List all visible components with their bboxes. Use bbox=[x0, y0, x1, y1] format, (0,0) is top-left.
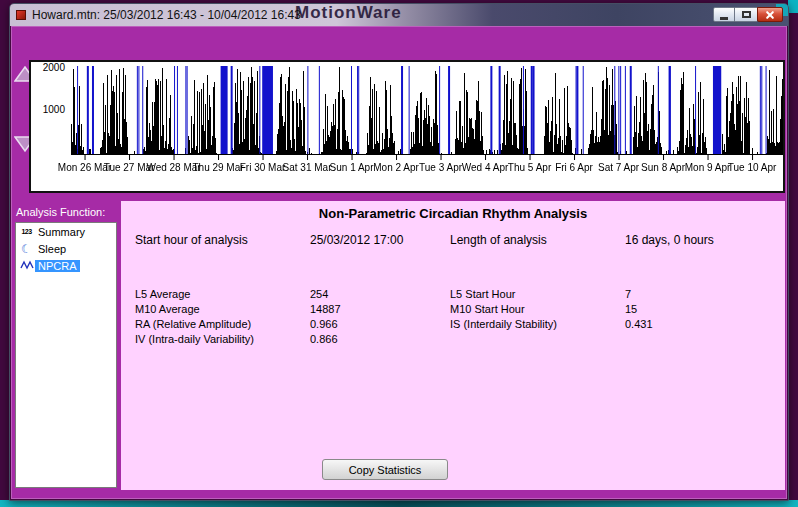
stat-value: 14887 bbox=[310, 302, 450, 317]
list-item-summary[interactable]: 123 Summary bbox=[16, 223, 116, 240]
x-axis-label: Sat 7 Apr bbox=[598, 162, 639, 173]
stat-value: 0.866 bbox=[310, 332, 450, 347]
close-icon bbox=[765, 10, 775, 20]
x-axis-label: Sat 31 Mar bbox=[283, 162, 332, 173]
stat-value: 15 bbox=[625, 302, 755, 317]
stat-value: 7 bbox=[625, 287, 755, 302]
x-axis-label: Thu 5 Apr bbox=[508, 162, 551, 173]
minimize-button[interactable] bbox=[713, 7, 735, 22]
y-axis-tick-1000: 1000 bbox=[33, 104, 65, 115]
x-axis-label: Sun 8 Apr bbox=[641, 162, 685, 173]
x-axis-label: Fri 6 Apr bbox=[555, 162, 593, 173]
desktop-bottom-strip bbox=[0, 500, 798, 507]
app-icon bbox=[16, 10, 26, 20]
app-window: MotionWare Howard.mtn: 25/03/2012 16:43 … bbox=[9, 3, 789, 501]
stat-label bbox=[450, 332, 625, 347]
start-hour-label: Start hour of analysis bbox=[135, 233, 248, 247]
start-hour-value: 25/03/2012 17:00 bbox=[310, 233, 403, 247]
close-button[interactable] bbox=[757, 7, 783, 22]
desktop-corner-decoration bbox=[788, 0, 798, 13]
stat-label: M10 Average bbox=[135, 302, 310, 317]
stat-value: 254 bbox=[310, 287, 450, 302]
y-axis-tick-2000: 2000 bbox=[33, 62, 65, 73]
list-item-label: Summary bbox=[35, 226, 88, 238]
list-item-npcra[interactable]: NPCRA bbox=[16, 257, 116, 274]
length-value: 16 days, 0 hours bbox=[625, 233, 714, 247]
background-watermark: MotionWare bbox=[295, 4, 402, 23]
stat-label: IV (Intra-daily Variability) bbox=[135, 332, 310, 347]
window-client-area: 2000 1000 Mon 26 MarTue 27 MarWed 28 Mar… bbox=[11, 26, 787, 499]
length-label: Length of analysis bbox=[450, 233, 547, 247]
maximize-button[interactable] bbox=[735, 7, 757, 22]
list-item-label: NPCRA bbox=[35, 260, 80, 272]
analysis-function-listbox: 123 Summary ☾ Sleep NPCRA bbox=[15, 222, 117, 488]
window-title: Howard.mtn: 25/03/2012 16:43 - 10/04/201… bbox=[32, 8, 301, 22]
stat-value: 0.966 bbox=[310, 317, 450, 332]
x-axis-label: Tue 3 Apr bbox=[419, 162, 462, 173]
x-axis-label: Mon 2 Apr bbox=[373, 162, 419, 173]
x-axis-label: Wed 4 Apr bbox=[462, 162, 509, 173]
x-axis-label: Tue 10 Apr bbox=[728, 162, 777, 173]
x-axis-label: Mon 9 Apr bbox=[685, 162, 731, 173]
x-axis-label: Thu 29 Mar bbox=[192, 162, 243, 173]
stat-value bbox=[625, 332, 755, 347]
window-titlebar[interactable]: MotionWare Howard.mtn: 25/03/2012 16:43 … bbox=[10, 4, 788, 26]
stat-value: 0.431 bbox=[625, 317, 755, 332]
stat-label: RA (Relative Amplitude) bbox=[135, 317, 310, 332]
minimize-icon bbox=[720, 17, 728, 20]
summary-123-icon: 123 bbox=[18, 228, 35, 235]
analysis-function-label: Analysis Function: bbox=[16, 206, 105, 218]
x-axis-label: Sun 1 Apr bbox=[330, 162, 374, 173]
stat-label: IS (Interdaily Stability) bbox=[450, 317, 625, 332]
analysis-title: Non-Parametric Circadian Rhythm Analysis bbox=[121, 206, 785, 221]
waveform-icon bbox=[18, 260, 35, 272]
statistics-grid: L5 Average 254 L5 Start Hour 7 M10 Avera… bbox=[135, 287, 755, 347]
chart-x-labels: Mon 26 MarTue 27 MarWed 28 MarThu 29 Mar… bbox=[31, 162, 783, 180]
maximize-icon bbox=[742, 11, 751, 18]
copy-statistics-button[interactable]: Copy Statistics bbox=[322, 459, 448, 480]
sleep-moon-icon: ☾ bbox=[18, 244, 35, 254]
desktop-background: MotionWare Howard.mtn: 25/03/2012 16:43 … bbox=[0, 0, 798, 507]
window-controls bbox=[713, 7, 783, 22]
stat-label: L5 Average bbox=[135, 287, 310, 302]
activity-chart-panel: 2000 1000 Mon 26 MarTue 27 MarWed 28 Mar… bbox=[29, 60, 785, 193]
stat-label: L5 Start Hour bbox=[450, 287, 625, 302]
x-axis-label: Fri 30 Mar bbox=[240, 162, 286, 173]
list-item-label: Sleep bbox=[35, 243, 69, 255]
stat-label: M10 Start Hour bbox=[450, 302, 625, 317]
list-item-sleep[interactable]: ☾ Sleep bbox=[16, 240, 116, 257]
activity-plot bbox=[71, 66, 783, 164]
npcra-results-panel: Non-Parametric Circadian Rhythm Analysis… bbox=[121, 201, 785, 490]
